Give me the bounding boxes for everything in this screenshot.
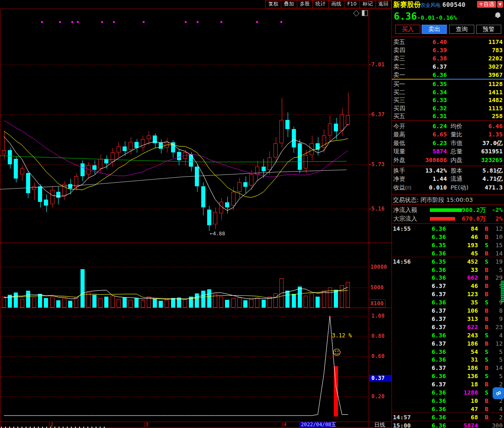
tape-row[interactable]: 6.3646B10: [392, 233, 504, 241]
trade-status: 交易状态: 闭市阶段 15:00:03: [393, 196, 473, 204]
tape-row[interactable]: 6.36662B29: [392, 274, 504, 282]
bid-row[interactable]: 买二6.341411: [392, 88, 504, 97]
tape-row[interactable]: 6.37186B12: [392, 340, 504, 348]
tape-row[interactable]: 6.3610B2: [392, 397, 504, 405]
tape-row[interactable]: 6.35193S15: [392, 241, 504, 249]
tape-side: B: [485, 225, 488, 233]
tape-row[interactable]: 6.37313B9: [392, 315, 504, 323]
tape-side: B: [485, 266, 488, 274]
tape-side: B: [485, 413, 488, 422]
stat-label: 外盘: [393, 156, 405, 164]
tape-time: 14:55: [393, 225, 411, 233]
tape-row[interactable]: 6.3633B5: [392, 266, 504, 274]
tape-volume: 31: [471, 356, 478, 364]
action-button-预警[interactable]: 预警: [476, 25, 501, 34]
bid-row[interactable]: 买一6.351128: [392, 80, 504, 88]
tape-row[interactable]: 6.3631S5: [392, 356, 504, 364]
toolbar-button-F10[interactable]: F10: [344, 0, 359, 8]
tape-volume: 68: [471, 413, 478, 422]
price-change-pct: -0.16%: [435, 14, 457, 21]
alert-bell-icon[interactable]: [495, 12, 500, 17]
tape-volume: 123: [467, 290, 478, 298]
watchlist-dropdown-icon[interactable]: ▼: [497, 1, 503, 8]
ask-row[interactable]: 卖一6.363967: [392, 71, 504, 79]
tape-time: 14:56: [393, 258, 411, 266]
toolbar-button-统计[interactable]: 统计: [312, 0, 328, 8]
tape-side: B: [485, 397, 488, 405]
spread-divider-left: [392, 79, 433, 80]
tape-volume: 622: [467, 323, 478, 331]
tape-count: 5: [499, 266, 503, 274]
tape-price: 6.36: [432, 413, 446, 422]
ask-row[interactable]: 卖三6.382202: [392, 54, 504, 63]
split-view-icon[interactable]: [362, 10, 368, 16]
toolbar-button-返回[interactable]: 返回: [375, 0, 391, 8]
tape-volume: 1280: [464, 389, 478, 397]
tape-row[interactable]: 6.37106B8: [392, 307, 504, 315]
tape-row[interactable]: 6.3645B14: [392, 249, 504, 258]
tape-row[interactable]: 6.37622B23: [392, 323, 504, 331]
tape-row[interactable]: 6.37123B: [392, 290, 504, 298]
tape-price: 6.37: [432, 290, 446, 298]
ask-volume: 3967: [488, 71, 503, 79]
tape-side: S: [485, 348, 488, 356]
tape-volume: 193: [467, 241, 478, 249]
stat-value: 323265: [481, 156, 503, 164]
tape-row[interactable]: 6.36243S4: [392, 331, 504, 340]
tape-row[interactable]: 6.3647B4: [392, 405, 504, 413]
tape-side: B: [485, 340, 488, 348]
kline-chart-canvas[interactable]: [0, 0, 391, 428]
stat-value: 6.65: [433, 130, 447, 139]
tape-row[interactable]: 6.361280S: [392, 389, 504, 397]
tape-side: B: [485, 307, 488, 315]
toolbar-button-画线[interactable]: 画线: [328, 0, 344, 8]
action-button-查询[interactable]: 查询: [449, 25, 474, 34]
tape-volume: 33: [471, 266, 478, 274]
toolbar-button-叠加[interactable]: 叠加: [281, 0, 296, 8]
stat-row: 换手13.42%股本5.81亿: [392, 167, 504, 175]
bid-row[interactable]: 买四6.321115: [392, 104, 504, 113]
tape-price: 6.37: [432, 282, 446, 290]
toolbar-button-标记[interactable]: 标记: [359, 0, 375, 8]
tape-count: 5: [499, 356, 503, 364]
tape-count: 8: [499, 307, 503, 315]
tape-scrollbar-thumb[interactable]: [501, 281, 504, 302]
ask-row[interactable]: 卖四6.39783: [392, 46, 504, 54]
bid-label: 买一: [393, 80, 405, 88]
tape-row[interactable]: 15:006.365874300: [392, 422, 504, 428]
tape-row[interactable]: 6.36136S5: [392, 372, 504, 380]
add-watchlist-button[interactable]: +自选: [477, 1, 496, 8]
ask-row[interactable]: 卖二6.373027: [392, 63, 504, 71]
sector-link[interactable]: 农业风电: [420, 2, 440, 9]
tape-count: 15: [495, 241, 503, 249]
tape-side: B: [485, 233, 488, 241]
tape-row[interactable]: 14:566.35452S19: [392, 258, 504, 266]
app-link-icon[interactable]: ∞: [493, 387, 504, 399]
tape-row[interactable]: 6.3746B5: [392, 282, 504, 290]
ask-row[interactable]: 卖五6.401174: [392, 38, 504, 46]
stat-label: 总量: [450, 147, 462, 156]
separator: [392, 195, 504, 195]
flow-label: 大宗流入: [393, 215, 417, 223]
action-button-买入[interactable]: 买入: [395, 25, 420, 34]
ask-price: 6.36: [433, 71, 447, 79]
toolbar-button-多股[interactable]: 多股: [297, 0, 312, 8]
tape-side: S: [485, 356, 488, 364]
tape-row[interactable]: 6.3718B2: [392, 380, 504, 389]
tape-row[interactable]: 14:576.3668B2: [392, 413, 504, 422]
action-button-卖出[interactable]: 卖出: [422, 25, 447, 34]
tape-price: 6.36: [432, 389, 446, 397]
tape-row[interactable]: 6.37186B14: [392, 364, 504, 372]
bid-row[interactable]: 买五6.31258: [392, 112, 504, 120]
tape-price: 6.36: [432, 372, 446, 380]
stat-row: 今开6.24均价6.46: [392, 122, 504, 130]
ask-label: 卖五: [393, 38, 405, 46]
tape-row[interactable]: 14:556.3684B12: [392, 225, 504, 233]
tape-row[interactable]: 6.3635S9: [392, 298, 504, 307]
tape-row[interactable]: 6.3654S5: [392, 348, 504, 356]
stat-label: 净资: [393, 175, 405, 183]
bid-row[interactable]: 买三6.331482: [392, 96, 504, 104]
spread-divider-right: [433, 79, 504, 80]
tape-volume: 186: [467, 364, 478, 372]
toolbar-button-复权[interactable]: 复权: [265, 0, 281, 8]
